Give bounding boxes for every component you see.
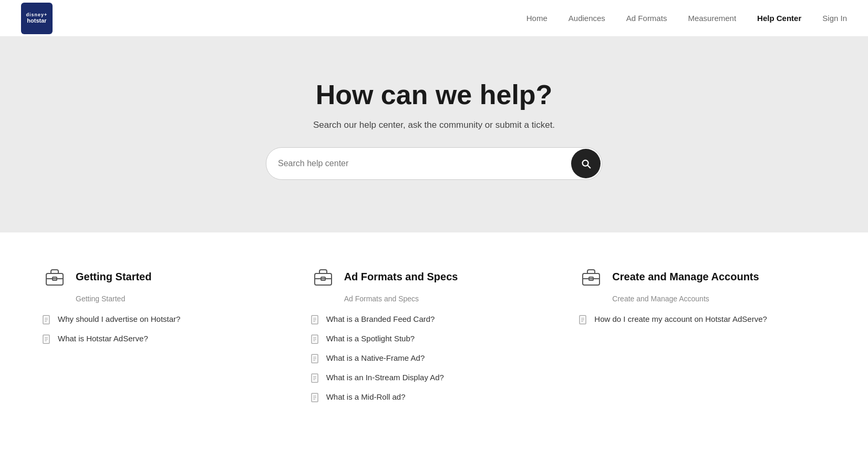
article-item[interactable]: What is Hotstar AdServe? [42,334,290,344]
article-item[interactable]: Why should I advertise on Hotstar? [42,314,290,324]
article-item[interactable]: What is a Spotlight Stub? [311,334,558,344]
hero-title: How can we help? [11,79,857,110]
category-getting-started: Getting Started Getting Started Why shou… [42,264,290,402]
category-subtitle-getting-started: Getting Started [42,294,290,303]
search-icon [580,158,592,169]
main-nav: Home Audiences Ad Formats Measurement He… [526,14,847,23]
category-header-getting-started: Getting Started [42,264,290,289]
search-bar [266,147,602,180]
logo-disney-text: disney+ [26,12,48,18]
category-create-manage: Create and Manage Accounts Create and Ma… [578,264,826,402]
article-list-create-manage: How do I create my account on Hotstar Ad… [578,314,826,324]
document-icon [42,334,51,344]
article-list-ad-formats: What is a Branded Feed Card? What is a S… [311,314,558,402]
article-link[interactable]: What is a Mid-Roll ad? [326,392,406,401]
nav-measurement[interactable]: Measurement [688,14,736,23]
article-item[interactable]: What is a Branded Feed Card? [311,314,558,324]
category-ad-formats: Ad Formats and Specs Ad Formats and Spec… [311,264,558,402]
article-list-getting-started: Why should I advertise on Hotstar? What … [42,314,290,344]
category-title-ad-formats: Ad Formats and Specs [344,271,458,283]
briefcase-icon-getting-started [42,264,67,289]
hero-subtitle: Search our help center, ask the communit… [11,120,857,130]
article-link[interactable]: What is Hotstar AdServe? [58,334,148,343]
document-icon [311,334,320,344]
category-header-create-manage: Create and Manage Accounts [578,264,826,289]
hero-section: How can we help? Search our help center,… [0,37,868,232]
document-icon [311,315,320,324]
article-item[interactable]: How do I create my account on Hotstar Ad… [578,314,826,324]
article-item[interactable]: What is an In-Stream Display Ad? [311,373,558,383]
category-header-ad-formats: Ad Formats and Specs [311,264,558,289]
category-subtitle-ad-formats: Ad Formats and Specs [311,294,558,303]
logo-hotstar-text: hotstar [26,17,48,24]
category-title-getting-started: Getting Started [76,271,151,283]
article-item[interactable]: What is a Native-Frame Ad? [311,353,558,363]
document-icon [311,393,320,402]
document-icon [311,354,320,363]
nav-audiences[interactable]: Audiences [569,14,605,23]
nav-home[interactable]: Home [526,14,547,23]
article-link[interactable]: Why should I advertise on Hotstar? [58,314,180,323]
document-icon [42,315,51,324]
article-link[interactable]: What is a Spotlight Stub? [326,334,415,343]
document-icon [578,315,588,324]
article-link[interactable]: What is an In-Stream Display Ad? [326,373,444,382]
nav-ad-formats[interactable]: Ad Formats [626,14,667,23]
category-title-create-manage: Create and Manage Accounts [612,271,759,283]
header: disney+ hotstar Home Audiences Ad Format… [0,0,868,37]
logo[interactable]: disney+ hotstar [21,3,53,34]
article-link[interactable]: What is a Native-Frame Ad? [326,353,425,362]
categories-grid: Getting Started Getting Started Why shou… [42,264,826,402]
briefcase-icon-create-manage [578,264,604,289]
document-icon [311,373,320,383]
nav-sign-in[interactable]: Sign In [822,14,847,23]
article-item[interactable]: What is a Mid-Roll ad? [311,392,558,402]
article-link[interactable]: What is a Branded Feed Card? [326,314,435,323]
briefcase-icon-ad-formats [311,264,336,289]
nav-help-center[interactable]: Help Center [757,14,801,23]
article-link[interactable]: How do I create my account on Hotstar Ad… [594,314,767,323]
search-input[interactable] [266,150,571,177]
content-section: Getting Started Getting Started Why shou… [0,232,868,434]
category-subtitle-create-manage: Create and Manage Accounts [578,294,826,303]
search-button[interactable] [571,149,601,178]
